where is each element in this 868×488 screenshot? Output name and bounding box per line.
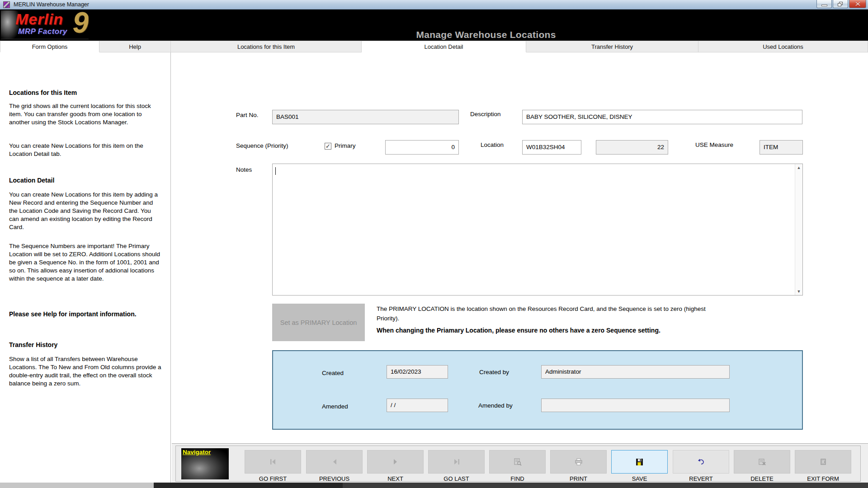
navigator-image: Navigator xyxy=(181,448,229,479)
restore-icon xyxy=(838,2,843,6)
sidebar-paragraph: Show a list of all Transfers between War… xyxy=(9,355,162,388)
app-window: MERLIN Warehouse Manager Merlin MRP Fact… xyxy=(0,0,868,488)
part-no-label: Part No. xyxy=(236,112,259,118)
minimize-icon xyxy=(821,5,827,6)
print-button[interactable]: PRINT xyxy=(550,450,607,482)
print-icon xyxy=(575,458,583,465)
previous-icon xyxy=(331,458,338,465)
find-button[interactable]: FIND xyxy=(489,450,546,482)
created-label: Created xyxy=(322,370,344,376)
sequence-field[interactable]: 0 xyxy=(385,140,459,155)
part-no-field: BAS001 xyxy=(272,110,459,124)
created-field: 16/02/2023 xyxy=(387,365,448,379)
primary-info-warning: When changing the Priamary Location, ple… xyxy=(377,326,711,335)
exit-form-icon xyxy=(820,458,827,465)
amended-by-field xyxy=(541,399,730,412)
delete-icon xyxy=(758,458,766,465)
go-first-button[interactable]: GO FIRST xyxy=(245,450,301,482)
tab-help[interactable]: Help xyxy=(99,41,171,52)
sidebar-heading-location-detail: Location Detail xyxy=(9,176,162,184)
window-title: MERLIN Warehouse Manager xyxy=(14,1,89,8)
sequence-label: Sequence (Priority) xyxy=(236,142,288,149)
primary-checkbox-label: Primary xyxy=(335,142,356,149)
set-primary-location-button[interactable]: Set as PRIMARY Location xyxy=(272,304,365,341)
go-last-icon xyxy=(453,458,461,465)
location-label: Location xyxy=(481,141,504,148)
created-by-field: Administrator xyxy=(541,365,730,379)
tab-form-options[interactable]: Form Options xyxy=(0,41,99,52)
primary-location-info: The PRIMARY LOCATION is the location sho… xyxy=(377,304,711,335)
exit-form-button[interactable]: EXIT FORM xyxy=(795,450,851,482)
sidebar-paragraph: The Sequence Numbers are important! The … xyxy=(9,242,162,283)
minimize-button[interactable] xyxy=(816,0,832,8)
tab-locations-for-this-item[interactable]: Locations for this Item xyxy=(171,41,362,52)
notes-label: Notes xyxy=(236,166,252,173)
bottom-edge xyxy=(0,483,868,488)
revert-button[interactable]: REVERT xyxy=(673,450,729,482)
sidebar-paragraph: The grid shows all the current locations… xyxy=(9,102,162,127)
merlin-logo: Merlin MRP Factory 9 xyxy=(1,10,89,39)
find-icon xyxy=(514,458,522,466)
location-quantity-field: 22 xyxy=(596,140,668,155)
sidebar-help-panel: Locations for this Item The grid shows a… xyxy=(0,52,171,483)
sidebar-paragraph: You can create New Locations for this it… xyxy=(9,191,162,231)
next-icon xyxy=(392,458,399,465)
audit-panel: Created 16/02/2023 Created by Administra… xyxy=(272,350,803,430)
location-detail-panel: Part No. BAS001 Description BABY SOOTHER… xyxy=(172,52,868,443)
tab-location-detail[interactable]: Location Detail xyxy=(362,41,526,52)
save-button[interactable]: SAVE xyxy=(611,450,668,482)
tab-bar: Form Options Help Locations for this Ite… xyxy=(0,41,868,52)
description-label: Description xyxy=(470,111,501,117)
close-button[interactable] xyxy=(849,0,866,8)
description-field[interactable]: BABY SOOTHER, SILICONE, DISNEY xyxy=(522,110,802,124)
text-caret xyxy=(275,167,276,175)
go-first-icon xyxy=(269,458,277,465)
close-icon xyxy=(855,2,860,6)
navigator-region: Navigator GO FIRST PREVIOUS NEXT xyxy=(172,443,868,483)
previous-button[interactable]: PREVIOUS xyxy=(306,450,363,482)
save-icon xyxy=(636,458,643,466)
use-measure-label: USE Measure xyxy=(695,141,733,148)
logo-version: 9 xyxy=(72,10,89,39)
amended-label: Amended xyxy=(322,403,348,410)
amended-field: / / xyxy=(387,399,448,412)
tab-used-locations[interactable]: Used Locations xyxy=(698,41,868,52)
created-by-label: Created by xyxy=(479,369,509,375)
notes-scrollbar[interactable]: ▲ ▼ xyxy=(795,164,802,295)
app-icon xyxy=(3,1,10,8)
primary-checkbox[interactable]: ✓ xyxy=(325,143,331,150)
navigator-bar: Navigator GO FIRST PREVIOUS NEXT xyxy=(175,446,861,482)
tab-transfer-history[interactable]: Transfer History xyxy=(526,41,698,52)
scroll-down-icon[interactable]: ▼ xyxy=(795,289,802,294)
sidebar-help-note: Please see Help for important informatio… xyxy=(9,310,162,318)
delete-button[interactable]: DELETE xyxy=(734,450,790,482)
go-last-button[interactable]: GO LAST xyxy=(428,450,485,482)
page-title: Manage Warehouse Locations xyxy=(104,29,868,40)
sidebar-heading-transfer-history: Transfer History xyxy=(9,341,162,349)
window-controls xyxy=(816,0,866,8)
use-measure-field: ITEM xyxy=(760,140,803,155)
revert-icon xyxy=(697,459,705,465)
primary-info-text: The PRIMARY LOCATION is the location sho… xyxy=(377,304,711,323)
notes-field[interactable]: ▲ ▼ xyxy=(272,164,803,296)
next-button[interactable]: NEXT xyxy=(367,450,424,482)
logo-subtitle: MRP Factory xyxy=(18,27,67,36)
scroll-up-icon[interactable]: ▲ xyxy=(795,165,802,170)
amended-by-label: Amended by xyxy=(478,402,513,409)
navigator-title: Navigator xyxy=(183,449,211,455)
header: Merlin MRP Factory 9 Manage Warehouse Lo… xyxy=(0,9,868,41)
sidebar-heading-locations: Locations for this Item xyxy=(9,89,162,97)
sidebar-paragraph: You can create New Locations for this it… xyxy=(9,142,162,158)
titlebar: MERLIN Warehouse Manager xyxy=(0,0,868,9)
logo-name: Merlin xyxy=(15,10,63,28)
restore-button[interactable] xyxy=(833,0,848,8)
location-code-field[interactable]: W01B32SH04 xyxy=(522,140,581,155)
